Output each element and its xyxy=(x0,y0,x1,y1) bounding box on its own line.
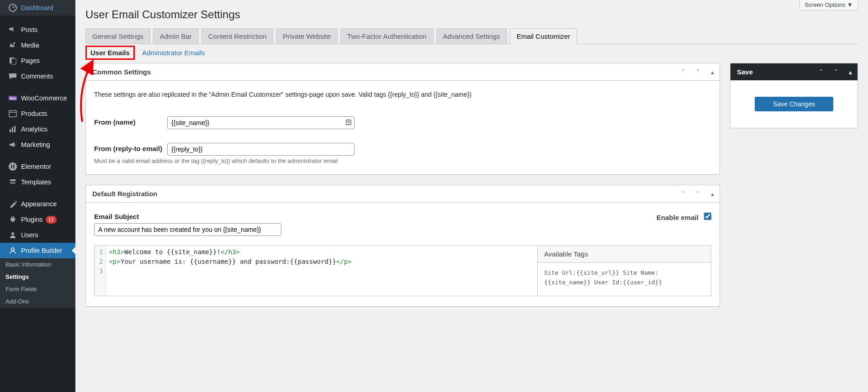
move-down-icon[interactable]: ˅ xyxy=(690,68,705,76)
sidebar-item-label: Users xyxy=(21,231,38,239)
from-name-input[interactable] xyxy=(167,116,355,129)
move-up-icon[interactable]: ˄ xyxy=(814,68,828,76)
annotation-arrow xyxy=(75,58,101,126)
tab-general-settings[interactable]: General Settings xyxy=(85,28,150,44)
move-down-icon[interactable]: ˅ xyxy=(690,190,705,198)
sidebar-item-label: Products xyxy=(21,110,47,117)
sidebar-item-label: Appearance xyxy=(21,200,57,208)
svg-rect-13 xyxy=(13,166,15,167)
svg-point-1 xyxy=(13,42,15,44)
templates-icon xyxy=(5,178,21,187)
sidebar-item-elementor[interactable]: Elementor xyxy=(0,159,75,174)
sidebar-item-label: Marketing xyxy=(21,141,50,148)
toggle-panel-icon[interactable]: ▴ xyxy=(843,68,857,76)
email-subject-input[interactable] xyxy=(94,223,281,236)
sidebar-item-label: Plugins xyxy=(21,216,43,223)
svg-rect-12 xyxy=(13,165,15,166)
comment-icon xyxy=(5,72,21,81)
page-icon xyxy=(5,56,21,65)
sidebar-item-plugins[interactable]: Plugins12 xyxy=(0,212,75,227)
svg-rect-3 xyxy=(11,58,16,64)
screen-options-button[interactable]: Screen Options ▼ xyxy=(799,0,858,10)
chart-icon xyxy=(5,125,21,134)
sidebar-item-label: Dashboard xyxy=(21,4,53,11)
svg-rect-9 xyxy=(14,126,16,132)
sidebar-item-dashboard[interactable]: Dashboard xyxy=(0,0,75,16)
code-gutter: 123 xyxy=(95,246,106,296)
sidebar-item-analytics[interactable]: Analytics xyxy=(0,121,75,137)
common-settings-box: Common Settings ˄ ˅ ▴ These settings are… xyxy=(85,63,720,175)
svg-rect-17 xyxy=(346,120,351,125)
megaphone-icon xyxy=(5,140,21,149)
available-tags-panel: Available Tags Site Url:{{site_url}} Sit… xyxy=(537,246,711,296)
move-up-icon[interactable]: ˄ xyxy=(676,68,690,76)
sidebar-item-label: Posts xyxy=(21,26,37,33)
email-body-editor: 123 <h3>Welcome to {{site_name}}!</h3> <… xyxy=(94,245,711,296)
elementor-icon xyxy=(5,162,21,171)
common-settings-title: Common Settings xyxy=(86,63,676,80)
svg-rect-14 xyxy=(13,167,15,168)
sidebar-item-appearance[interactable]: Appearance xyxy=(0,196,75,212)
save-box: Save ˄ ˅ ▴ Save Changes xyxy=(730,63,858,128)
sidebar-item-label: Comments xyxy=(21,73,53,80)
toggle-panel-icon[interactable]: ▴ xyxy=(705,68,720,76)
tab-email-customizer[interactable]: Email Customizer xyxy=(510,28,577,44)
submenu-item-settings[interactable]: Settings xyxy=(0,271,75,283)
submenu-item-add-ons[interactable]: Add-Ons xyxy=(0,295,75,308)
tab-content-restriction[interactable]: Content Restriction xyxy=(201,28,274,44)
save-changes-button[interactable]: Save Changes xyxy=(755,97,833,111)
code-lines[interactable]: <h3>Welcome to {{site_name}}!</h3> <p>Yo… xyxy=(106,246,354,296)
tab-admin-bar[interactable]: Admin Bar xyxy=(153,28,199,44)
sidebar-item-media[interactable]: Media xyxy=(0,37,75,53)
main-content: Screen Options ▼ User Email Customizer S… xyxy=(75,0,868,317)
enable-email-label: Enable email xyxy=(656,214,699,221)
common-desc: These settings are also replicated in th… xyxy=(94,91,711,98)
sidebar-item-pages[interactable]: Pages xyxy=(0,53,75,68)
svg-rect-7 xyxy=(10,129,11,132)
subtab-administrator-emails[interactable]: Administrator Emails xyxy=(142,49,205,57)
sidebar-item-label: Analytics xyxy=(21,125,48,133)
tab-two-factor-authentication[interactable]: Two-Factor Authentication xyxy=(340,28,433,44)
default-registration-title: Default Registration xyxy=(86,185,676,202)
submenu-item-form-fields[interactable]: Form Fields xyxy=(0,283,75,295)
svg-rect-8 xyxy=(12,127,13,132)
move-up-icon[interactable]: ˄ xyxy=(676,190,690,198)
email-subject-label: Email Subject xyxy=(94,213,281,223)
save-box-title: Save xyxy=(730,63,814,80)
sidebar-item-comments[interactable]: Comments xyxy=(0,68,75,84)
appearance-icon xyxy=(5,199,21,209)
sidebar-item-posts[interactable]: Posts xyxy=(0,22,75,37)
media-icon xyxy=(5,41,21,50)
tag-icon xyxy=(5,109,21,118)
profilebuilder-icon xyxy=(5,246,21,255)
reply-to-help: Must be a valid email address or the tag… xyxy=(94,157,711,164)
sidebar-item-woocommerce[interactable]: WooWooCommerce xyxy=(0,90,75,106)
sidebar-item-profile-builder[interactable]: Profile Builder xyxy=(0,243,75,258)
svg-text:Woo: Woo xyxy=(9,97,16,100)
dashboard-icon xyxy=(5,3,21,12)
move-down-icon[interactable]: ˅ xyxy=(828,68,843,76)
sidebar-item-label: WooCommerce xyxy=(21,94,67,102)
available-tags-title: Available Tags xyxy=(538,246,711,263)
admin-sidebar: DashboardPostsMediaPagesCommentsWooWooCo… xyxy=(0,0,75,392)
sidebar-item-users[interactable]: Users xyxy=(0,227,75,243)
settings-tabs: General SettingsAdmin BarContent Restric… xyxy=(85,28,858,44)
sidebar-item-label: Elementor xyxy=(21,163,51,170)
sidebar-item-label: Media xyxy=(21,42,39,49)
svg-point-15 xyxy=(11,232,14,235)
tab-private-website[interactable]: Private Website xyxy=(276,28,338,44)
sidebar-item-label: Profile Builder xyxy=(21,247,62,254)
sidebar-item-templates[interactable]: Templates xyxy=(0,174,75,190)
autofill-icon[interactable] xyxy=(345,119,352,127)
users-icon xyxy=(5,230,21,240)
toggle-panel-icon[interactable]: ▴ xyxy=(705,190,720,198)
sidebar-item-marketing[interactable]: Marketing xyxy=(0,137,75,152)
reply-to-input[interactable] xyxy=(167,143,355,156)
enable-email-checkbox[interactable] xyxy=(704,213,711,220)
tab-advanced-settings[interactable]: Advanced Settings xyxy=(436,28,507,44)
svg-rect-11 xyxy=(11,165,12,168)
sidebar-item-products[interactable]: Products xyxy=(0,106,75,121)
submenu-item-basic-information[interactable]: Basic Information xyxy=(0,258,75,271)
sidebar-item-label: Pages xyxy=(21,57,40,64)
reply-to-label: From (reply-to email) xyxy=(94,143,167,152)
